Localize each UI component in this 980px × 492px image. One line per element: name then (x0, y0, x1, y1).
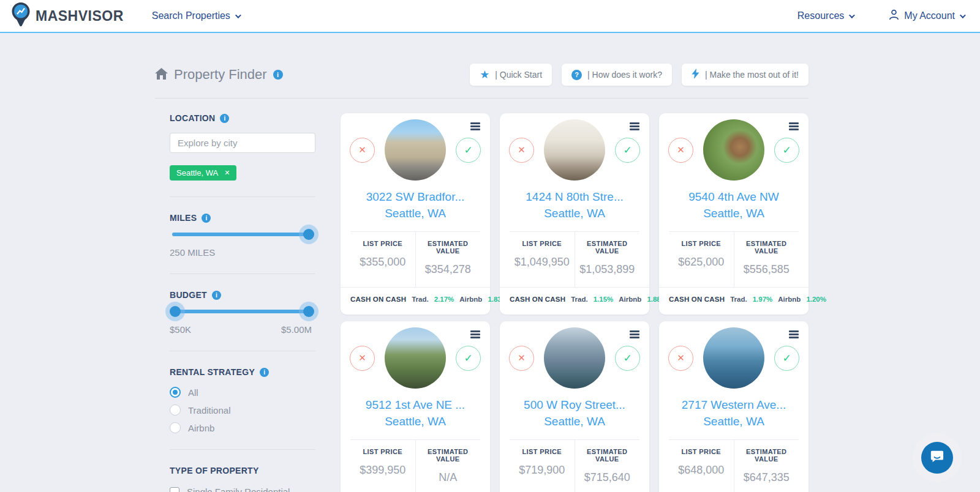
reject-property-button[interactable]: ✕ (350, 138, 375, 163)
airbnb-label: Airbnb (619, 296, 641, 303)
x-icon: ✕ (358, 352, 366, 363)
sidebar-divider (170, 449, 315, 450)
card-menu-icon[interactable] (630, 122, 639, 132)
property-address-link[interactable]: 1424 N 80th Stre... (500, 188, 649, 205)
budget-slider-max-handle[interactable] (303, 306, 314, 317)
accept-property-button[interactable]: ✓ (774, 138, 799, 163)
airbnb-label: Airbnb (778, 296, 801, 303)
radio-icon[interactable] (170, 404, 181, 416)
budget-slider-min-handle[interactable] (170, 306, 181, 317)
star-icon: ★ (480, 69, 489, 80)
chat-launcher-button[interactable] (921, 442, 953, 474)
accept-property-button[interactable]: ✓ (615, 138, 640, 163)
miles-slider[interactable] (172, 233, 312, 236)
location-tag-seattle[interactable]: Seattle, WA ✕ (170, 165, 236, 181)
property-address-link[interactable]: 500 W Roy Street... (500, 397, 649, 413)
home-icon (155, 68, 168, 82)
cash-on-cash-label: CASH ON CASH (350, 296, 406, 303)
trad-label: Trad. (571, 296, 587, 303)
property-address-link[interactable]: 9540 4th Ave NW (659, 188, 809, 205)
reject-property-button[interactable]: ✕ (509, 346, 534, 371)
city-search-input[interactable] (170, 133, 315, 153)
list-price-value: $625,000 (669, 256, 734, 269)
info-icon[interactable]: i (260, 368, 269, 377)
property-type-single-family[interactable]: Single Family Residential (170, 486, 315, 492)
option-label: Traditional (188, 405, 230, 416)
rental-strategy-option-traditional[interactable]: Traditional (170, 404, 315, 416)
accept-property-button[interactable]: ✓ (456, 346, 481, 371)
map-pin-logo-icon (11, 2, 31, 30)
x-icon: ✕ (518, 144, 526, 155)
estimated-value-label: ESTIMATED VALUE (575, 448, 640, 463)
property-city-link[interactable]: Seattle, WA (341, 205, 490, 222)
list-price-value: $1,049,950 (510, 256, 575, 269)
accept-property-button[interactable]: ✓ (456, 138, 481, 163)
reject-property-button[interactable]: ✕ (350, 346, 375, 371)
property-card: ✕ ✓ 2717 Western Ave... Seattle, WA LIST… (659, 321, 809, 492)
card-menu-icon[interactable] (470, 330, 480, 340)
chat-bubble-icon (930, 449, 944, 466)
cash-on-cash-label: CASH ON CASH (510, 296, 565, 303)
nav-my-account-label: My Account (904, 10, 955, 21)
check-icon: ✓ (623, 144, 631, 157)
card-menu-icon[interactable] (789, 122, 799, 132)
chevron-down-icon (235, 12, 241, 18)
miles-slider-handle[interactable] (303, 229, 314, 240)
card-menu-icon[interactable] (789, 330, 799, 340)
sidebar-divider (170, 351, 315, 351)
accept-property-button[interactable]: ✓ (774, 346, 799, 371)
quick-start-button[interactable]: ★ | Quick Start (470, 64, 552, 86)
property-address-link[interactable]: 2717 Western Ave... (659, 397, 809, 413)
make-the-most-button[interactable]: | Make the most out of it! (682, 64, 809, 86)
card-menu-icon[interactable] (470, 122, 480, 132)
checkbox-icon[interactable] (170, 487, 179, 492)
check-icon: ✓ (623, 352, 631, 365)
nav-search-properties[interactable]: Search Properties (152, 10, 239, 21)
list-price-label: LIST PRICE (510, 448, 575, 455)
property-city-link[interactable]: Seattle, WA (659, 413, 809, 430)
reject-property-button[interactable]: ✕ (668, 138, 693, 163)
property-photo[interactable] (385, 327, 446, 389)
property-city-link[interactable]: Seattle, WA (500, 413, 649, 430)
bolt-icon (692, 69, 699, 81)
check-icon: ✓ (464, 352, 472, 365)
x-icon: ✕ (677, 144, 685, 155)
mashvisor-logo[interactable]: MASHVISOR (11, 2, 124, 30)
check-icon: ✓ (782, 352, 791, 365)
radio-icon[interactable] (170, 422, 181, 433)
info-icon[interactable]: i (220, 114, 229, 123)
info-icon[interactable]: i (273, 70, 283, 80)
reject-property-button[interactable]: ✕ (668, 346, 693, 371)
accept-property-button[interactable]: ✓ (615, 346, 640, 371)
property-photo[interactable] (544, 119, 605, 181)
property-address-link[interactable]: 9512 1st Ave NE ... (341, 397, 490, 413)
property-city-link[interactable]: Seattle, WA (659, 205, 809, 222)
budget-slider[interactable] (172, 310, 312, 313)
check-icon: ✓ (782, 144, 791, 157)
property-address-link[interactable]: 3022 SW Bradfor... (341, 188, 490, 205)
info-icon[interactable]: i (202, 214, 211, 223)
property-photo[interactable] (385, 119, 446, 181)
radio-checked-icon[interactable] (170, 387, 181, 398)
how-does-it-work-button[interactable]: ? | How does it work? (562, 64, 672, 86)
info-icon[interactable]: i (212, 291, 221, 300)
property-photo[interactable] (703, 119, 764, 181)
chevron-down-icon (960, 12, 966, 18)
card-menu-icon[interactable] (630, 330, 639, 340)
rental-strategy-option-all[interactable]: All (170, 387, 315, 398)
nav-my-account[interactable]: My Account (889, 9, 964, 23)
rental-strategy-option-airbnb[interactable]: Airbnb (170, 422, 315, 433)
nav-resources[interactable]: Resources (797, 10, 853, 21)
reject-property-button[interactable]: ✕ (509, 138, 534, 163)
remove-tag-icon[interactable]: ✕ (224, 169, 230, 177)
estimated-value-value: $556,585 (734, 263, 799, 276)
list-price-value: $648,000 (669, 464, 734, 477)
type-of-property-label: TYPE OF PROPERTY (170, 466, 259, 475)
x-icon: ✕ (358, 144, 366, 155)
property-photo[interactable] (703, 327, 764, 389)
chevron-down-icon (849, 12, 855, 18)
property-city-link[interactable]: Seattle, WA (500, 205, 649, 222)
property-photo[interactable] (544, 327, 605, 389)
budget-label: BUDGET (170, 290, 207, 300)
property-city-link[interactable]: Seattle, WA (341, 413, 490, 430)
